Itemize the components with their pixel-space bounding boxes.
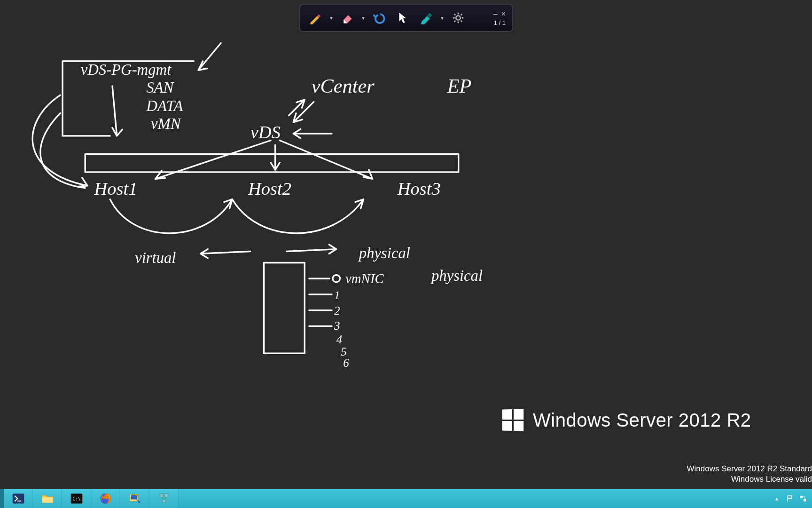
highlighter-dropdown[interactable]: ▼ <box>439 16 445 21</box>
powershell-icon <box>12 492 25 505</box>
svg-text:C:\: C:\ <box>72 496 81 501</box>
license-line1: Windows Server 2012 R2 Standard <box>687 464 812 474</box>
svg-rect-10 <box>160 494 163 497</box>
flag-icon <box>786 495 794 502</box>
annotation-toolbar: ▼ ▼ ▼ – × 1 / 1 <box>299 4 513 32</box>
label-data: DATA <box>146 97 183 114</box>
nic-2: 2 <box>334 304 340 317</box>
cmd-icon: C:\ <box>70 492 83 505</box>
putty-icon <box>128 492 141 505</box>
start-edge[interactable] <box>0 489 4 508</box>
nic-6: 6 <box>343 357 349 369</box>
svg-rect-3 <box>12 494 24 504</box>
nic-5: 5 <box>341 345 347 358</box>
label-host2: Host2 <box>248 179 291 198</box>
taskbar: C:\ ▴ <box>0 489 812 508</box>
svg-rect-9 <box>131 495 137 500</box>
nic-3: 3 <box>334 319 340 332</box>
eraser-dropdown[interactable]: ▼ <box>360 16 366 21</box>
pointer-icon <box>396 11 410 25</box>
taskbar-item-powershell[interactable] <box>4 489 33 508</box>
os-branding: Windows Server 2012 R2 <box>502 409 751 431</box>
taskbar-item-firefox[interactable] <box>91 489 120 508</box>
label-pg: vDS-PG-mgmt <box>81 61 172 78</box>
firefox-icon <box>99 492 112 505</box>
svg-point-2 <box>456 16 460 20</box>
close-button[interactable]: × <box>501 10 506 18</box>
label-host3: Host3 <box>397 179 441 198</box>
svg-rect-12 <box>162 500 165 503</box>
minimize-button[interactable]: – <box>493 10 498 18</box>
label-ep: EP <box>447 75 472 97</box>
page-indicator: 1 / 1 <box>494 19 506 26</box>
label-vds: vDS <box>250 122 281 142</box>
svg-rect-4 <box>42 497 53 502</box>
label-host1: Host1 <box>94 179 138 198</box>
taskbar-item-putty[interactable] <box>120 489 149 508</box>
pen-icon <box>308 11 322 25</box>
gear-icon <box>451 11 465 25</box>
nic-4: 4 <box>336 333 343 346</box>
windows-logo-icon <box>502 409 524 431</box>
label-physical2: physical <box>430 267 483 284</box>
svg-rect-11 <box>164 494 168 497</box>
label-physical: physical <box>358 245 410 262</box>
license-watermark: Windows Server 2012 R2 Standard Windows … <box>687 464 812 484</box>
vsphere-icon <box>157 492 171 505</box>
page-indicator-group: – × 1 / 1 <box>493 10 508 26</box>
highlighter-icon <box>419 11 433 25</box>
eraser-icon <box>340 11 354 25</box>
label-vmn: vMN <box>151 115 182 132</box>
undo-icon <box>372 11 386 25</box>
taskbar-item-vsphere[interactable] <box>149 489 179 508</box>
pointer-tool-button[interactable] <box>392 8 413 28</box>
os-name: Windows Server 2012 R2 <box>533 410 751 431</box>
undo-button[interactable] <box>369 8 390 28</box>
svg-point-0 <box>333 275 340 282</box>
label-virtual: virtual <box>135 249 176 266</box>
license-line2: Windows License valid <box>687 474 812 484</box>
folder-icon <box>41 492 54 505</box>
tray-action-center-icon[interactable] <box>786 494 794 503</box>
label-vmnic: vmNIC <box>345 271 384 286</box>
tray-chevron-up-icon[interactable]: ▴ <box>773 494 781 503</box>
taskbar-item-cmd[interactable]: C:\ <box>62 489 91 508</box>
tray-network-icon[interactable] <box>799 494 807 503</box>
label-vcenter: vCenter <box>312 75 375 97</box>
eraser-tool-button[interactable] <box>337 8 358 28</box>
network-icon <box>799 495 807 502</box>
pen-dropdown[interactable]: ▼ <box>328 16 334 21</box>
system-tray: ▴ <box>768 489 812 508</box>
highlighter-tool-button[interactable] <box>416 8 437 28</box>
pen-tool-button[interactable] <box>305 8 326 28</box>
nic-1: 1 <box>334 289 340 302</box>
label-san: SAN <box>146 79 174 96</box>
settings-button[interactable] <box>448 8 468 28</box>
taskbar-item-explorer[interactable] <box>33 489 62 508</box>
